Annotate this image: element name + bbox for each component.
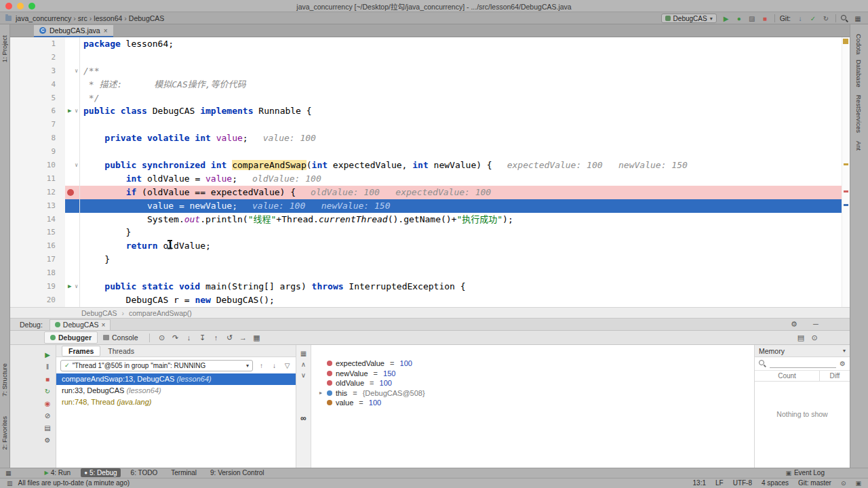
marker-highlight[interactable] [844,163,848,165]
fold-icon[interactable]: ∨ [75,64,78,78]
code-line[interactable]: 8 private volatile int value;value: 100 [10,131,850,145]
collapse-all-icon[interactable]: ∧ [299,361,309,368]
marker-execution-line[interactable] [844,204,848,206]
gutter-icon-area[interactable] [65,186,80,199]
code-line[interactable]: 16 return oldValue; [10,239,850,253]
fold-icon[interactable]: ∨ [75,280,78,293]
code-line[interactable]: 5 */ [10,92,850,105]
variable-row[interactable]: newValue = 150 [311,369,754,379]
gutter-icon-area[interactable] [65,51,80,64]
code-line[interactable]: 7 [10,118,850,131]
read-lock-icon[interactable]: ⊙ [841,480,846,487]
mute-breakpoints-icon[interactable]: ⊘ [42,411,53,421]
code-line[interactable]: 2 [10,51,850,64]
resume-icon[interactable]: ▶ [42,350,53,360]
tool-window-button-codota[interactable]: Codota [855,34,863,55]
thread-dump-icon[interactable]: ▤ [42,423,53,433]
gutter-icon-area[interactable] [65,118,80,131]
breadcrumb-item[interactable]: lesson64 [92,14,123,22]
code-line[interactable]: 19▶∨ public static void main(String[] ar… [10,280,850,293]
code-line[interactable]: 18 [10,266,850,280]
stack-frame-row[interactable]: compareAndSwap:13, DebugCAS (lesson64) [56,373,296,385]
breadcrumb-item[interactable]: compareAndSwap() [129,309,192,317]
gutter-icon-area[interactable] [65,37,80,51]
code-line[interactable]: 13 value = newValue;value: 100 newValue:… [10,199,850,213]
evaluate-expression-icon[interactable]: ▦ [250,333,264,342]
rerun-icon[interactable]: ↻ [42,386,53,396]
stop-button[interactable]: ■ [760,15,770,22]
tool-window-button-6-todo[interactable]: 6: TODO [127,468,161,477]
expand-toggle-icon[interactable]: ▸ [318,390,323,396]
gutter-icon-area[interactable] [65,172,80,186]
tool-window-button-7-structure[interactable]: 7: Structure [1,363,8,396]
ide-menu-icon[interactable]: ▦ [853,15,863,22]
close-window-button[interactable] [5,3,12,9]
editor-tab-debugcas[interactable]: DebugCAS.java [34,25,113,37]
debug-settings-icon[interactable]: ⚙ [42,435,53,445]
debug-button[interactable]: ● [734,15,744,22]
inspection-status-icon[interactable] [843,39,848,44]
zoom-window-button[interactable] [28,3,35,9]
next-frame-icon[interactable]: ↓ [270,362,279,369]
run-line-icon[interactable]: ▶ [68,280,71,293]
vcs-rollback-icon[interactable]: ↻ [821,15,831,22]
code-line[interactable]: 12 if (oldValue == expectedValue) {oldVa… [10,186,850,199]
hide-window-icon[interactable]: ─ [809,320,823,329]
debug-session-tab[interactable]: DebugCAS [50,319,111,330]
breakpoint-icon[interactable] [67,189,74,196]
status-toolwindow-icon[interactable]: ▥ [7,480,13,487]
code-line[interactable]: 15 } [10,226,850,239]
stop-icon[interactable]: ■ [42,374,53,384]
gutter-icon-area[interactable]: ∨ [65,64,80,78]
fold-icon[interactable]: ∨ [75,104,78,118]
coverage-button[interactable]: ▨ [747,15,757,22]
filter-frames-icon[interactable]: ▽ [283,362,292,369]
code-line[interactable]: 14 System.out.println("线程"+Thread.curren… [10,213,850,226]
tab-frames[interactable]: Frames [62,346,100,357]
status-item-git-master[interactable]: Git: master [798,479,831,487]
tool-window-switcher-icon[interactable]: ▦ [5,470,12,476]
code-line[interactable]: 1package lesson64; [10,37,850,51]
chevron-down-icon[interactable]: ▾ [843,348,846,354]
breadcrumb-item[interactable]: src [77,14,89,22]
gutter-icon-area[interactable]: ▶∨ [65,104,80,118]
breadcrumb-item[interactable]: DebugCAS [81,309,117,317]
code-line[interactable]: 3∨/** [10,64,850,78]
thread-dropdown[interactable]: "Thread 1"@505 in group "main": RUNNING [60,360,253,371]
variable-row[interactable]: ▸this = {DebugCAS@508} [311,388,754,399]
breadcrumb-item[interactable]: DebugCAS [127,14,166,22]
stack-frame-row[interactable]: run:33, DebugCAS (lesson64) [56,385,296,396]
settings-gear-icon[interactable]: ⚙ [787,320,801,329]
run-button[interactable]: ▶ [722,15,731,22]
code-line[interactable]: 20 DebugCAS r = new DebugCAS(); [10,293,850,307]
run-configuration-select[interactable]: DebugCAS ▾ [661,14,717,23]
variable-row[interactable]: expectedValue = 100 [311,359,754,369]
force-step-into-icon[interactable]: ↧ [196,333,210,342]
status-item-4-spaces[interactable]: 4 spaces [762,479,789,487]
memory-search-input[interactable] [770,360,836,368]
vcs-update-icon[interactable]: ↓ [795,15,805,22]
restore-layout-icon[interactable]: ▦ [299,350,309,357]
gutter-icon-area[interactable] [65,239,80,253]
gutter-icon-area[interactable]: ∨ [65,159,80,172]
tool-window-button-database[interactable]: Database [855,60,863,87]
close-tab-icon[interactable] [104,27,108,35]
tab-threads[interactable]: Threads [102,346,140,356]
pin-tab-icon[interactable]: ⊙ [808,333,821,342]
status-item-lf[interactable]: LF [715,479,724,487]
tool-window-button-2-favorites[interactable]: 2: Favorites [1,416,8,450]
gutter-icon-area[interactable] [65,213,80,226]
tool-window-button-terminal[interactable]: Terminal [167,468,200,477]
marker-breakpoint[interactable] [844,190,848,192]
variable-row[interactable]: value = 100 [311,398,754,408]
gutter-icon-area[interactable] [65,131,80,145]
drop-frame-icon[interactable]: ↺ [223,333,237,342]
code-editor[interactable]: 1package lesson64;23∨/**4 * 描述: 模拟CAS操作,… [10,37,850,307]
close-session-icon[interactable] [101,321,105,329]
step-into-icon[interactable]: ↓ [182,333,196,342]
tool-window-button-5-debug[interactable]: ●5: Debug [81,468,120,477]
tool-window-button-1-project[interactable]: 1: Project [1,35,8,62]
tool-window-button-9-version-control[interactable]: 9: Version Control [207,468,268,477]
run-to-cursor-icon[interactable]: → [237,333,250,342]
gutter-icon-area[interactable] [65,293,80,307]
